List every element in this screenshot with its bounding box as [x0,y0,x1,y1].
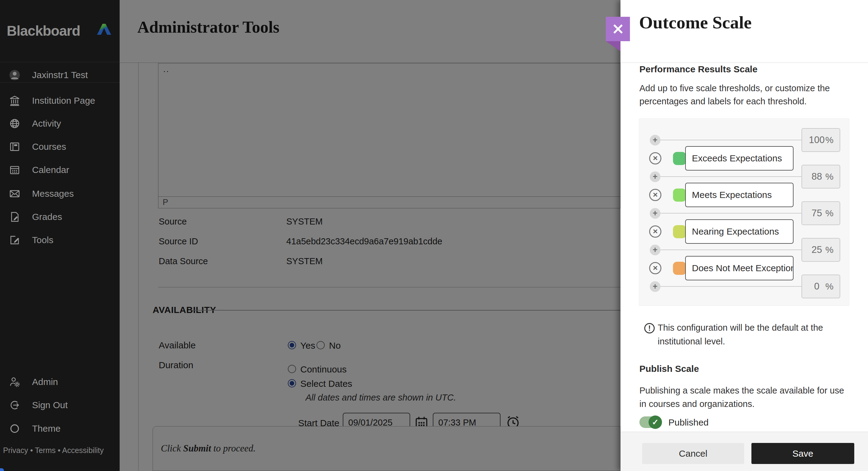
sidebar-item-tools[interactable]: Tools [0,230,120,250]
sidebar-item-institution-page[interactable]: Institution Page [0,91,120,110]
close-icon [612,23,624,35]
performance-scale-heading: Performance Results Scale [640,64,757,74]
sidebar-separator [0,62,120,62]
sidebar-item-label: Messages [32,189,74,199]
toggle-check-icon: ✓ [649,415,662,429]
sidebar-item-label: Calendar [32,165,69,175]
remove-threshold-button[interactable]: ✕ [649,189,661,201]
sidebar-item-sign-out[interactable]: Sign Out [0,395,120,415]
save-button[interactable]: Save [751,443,854,464]
footer-link-terms[interactable]: Terms [35,446,56,455]
remove-threshold-button[interactable]: ✕ [649,262,661,274]
percent-value: 75 [808,208,825,219]
percent-value: 0 [808,281,825,292]
add-threshold-button[interactable]: + [650,281,660,292]
threshold-line [660,176,802,177]
scale-description: Add up to five scale thresholds, or cust… [640,82,841,108]
add-threshold-button[interactable]: + [650,171,660,182]
threshold-color-swatch[interactable] [673,225,686,238]
grades-icon [9,211,20,223]
calendar-icon [9,164,20,175]
admin-icon [9,376,20,388]
info-note: This configuration will be the default a… [658,321,850,348]
threshold-label-input[interactable]: Exceeds Expectations [685,146,794,171]
close-panel-button[interactable] [606,17,630,41]
blackboard-admin-app: Administrator Tools .. P SourceSYSTEMSou… [0,0,868,471]
footer-link-accessibility[interactable]: Accessibility [62,446,104,455]
threshold-label-input[interactable]: Meets Expectations [685,183,794,207]
percent-suffix: % [825,281,834,292]
tools-icon [9,235,20,245]
sidebar-footer-links: Privacy • Terms • Accessibility [3,446,104,455]
threshold-color-swatch[interactable] [673,152,686,165]
info-icon: ! [644,323,655,333]
percent-suffix: % [825,171,834,182]
courses-icon [9,141,20,152]
threshold-line [660,213,802,213]
sidebar-item-admin[interactable]: Admin [0,372,120,392]
outcome-scale-panel: Outcome Scale Performance Results Scale … [620,0,868,471]
sidebar-item-grades[interactable]: Grades [0,207,120,227]
threshold-color-swatch[interactable] [673,262,686,275]
activity-globe-icon [9,118,20,129]
sidebar-item-label: Admin [32,377,58,387]
institution-icon [9,95,20,106]
sidebar-item-label: Grades [32,212,62,222]
sidebar-item-messages[interactable]: Messages [0,184,120,203]
threshold-percent-input[interactable]: 75% [802,201,840,225]
threshold-percent-input[interactable]: 0% [802,274,840,298]
threshold-line [660,140,802,140]
sidebar: Blackboard Jaxinstr1 Test Institution Pa… [0,0,120,471]
sidebar-item-label: Theme [32,424,60,434]
sidebar-item-label: Tools [32,235,54,245]
messages-icon [9,188,20,199]
remove-threshold-button[interactable]: ✕ [649,152,661,164]
remove-threshold-button[interactable]: ✕ [649,226,661,238]
theme-icon [9,423,20,434]
modal-dim-overlay[interactable] [120,0,620,471]
scale-thresholds-card: +100%+88%+75%+25%+0%✕Exceeds Expectation… [639,119,849,306]
publish-description: Publishing a scale makes the scale avail… [640,384,853,411]
footer-link-privacy[interactable]: Privacy [3,446,28,455]
sidebar-item-label: Courses [32,141,66,152]
percent-value: 88 [808,171,825,182]
percent-suffix: % [825,245,834,255]
threshold-percent-input[interactable]: 100% [802,128,840,152]
brand-logo: Blackboard [7,23,80,39]
brand-mark-icon [97,23,111,35]
threshold-line [660,286,802,287]
sidebar-item-label: Sign Out [32,400,68,410]
published-toggle-label: Published [669,417,709,428]
threshold-percent-input[interactable]: 25% [802,238,840,262]
panel-footer: Cancel Save [620,432,868,471]
percent-suffix: % [825,135,834,145]
toast-corner [0,468,4,471]
publish-scale-heading: Publish Scale [640,364,699,374]
sidebar-item-courses[interactable]: Courses [0,137,120,157]
sidebar-item-theme[interactable]: Theme [0,419,120,438]
sidebar-item-activity[interactable]: Activity [0,114,120,133]
threshold-label-input[interactable]: Nearing Expectations [685,219,794,244]
add-threshold-button[interactable]: + [650,208,660,219]
published-toggle[interactable]: ✓ [640,416,661,428]
threshold-line [660,249,802,250]
panel-title: Outcome Scale [639,12,752,33]
threshold-percent-input[interactable]: 88% [802,165,840,189]
percent-value: 100 [808,135,825,145]
sidebar-item-label: Activity [32,119,61,129]
percent-suffix: % [825,208,834,218]
sidebar-item-calendar[interactable]: Calendar [0,160,120,180]
sidebar-user-label: Jaxinstr1 Test [32,70,88,80]
sidebar-user[interactable]: Jaxinstr1 Test [0,65,120,85]
cancel-button[interactable]: Cancel [642,443,744,464]
add-threshold-button[interactable]: + [650,245,660,255]
panel-header-divider [620,63,868,63]
user-avatar-icon [9,70,20,80]
threshold-label-input[interactable]: Does Not Meet Exception [685,256,794,280]
sidebar-item-label: Institution Page [32,96,95,106]
percent-value: 25 [808,244,825,255]
add-threshold-button[interactable]: + [650,135,660,145]
threshold-color-swatch[interactable] [673,189,686,202]
sign-out-icon [9,400,20,411]
